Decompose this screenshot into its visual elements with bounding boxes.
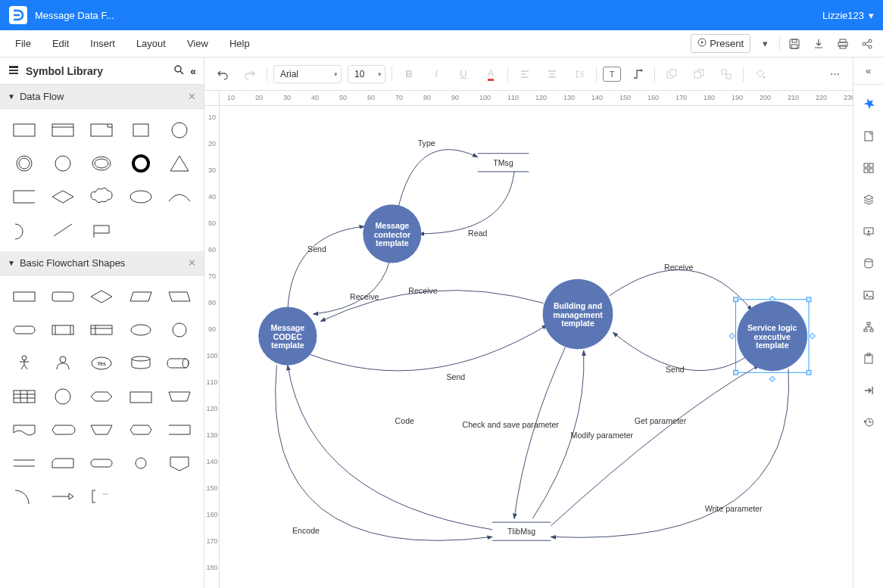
shape-offpage[interactable] (162, 448, 198, 478)
shape-parallel[interactable] (6, 448, 42, 478)
shape-halfcircle[interactable] (6, 215, 42, 245)
node-codec[interactable]: Message CODEC template (258, 306, 317, 365)
shape-arrow[interactable] (45, 481, 80, 512)
shape-rect2[interactable] (45, 115, 80, 145)
shape-paper[interactable] (123, 381, 158, 412)
shape-database[interactable] (123, 348, 158, 378)
menu-view[interactable]: View (178, 33, 217, 54)
shape-circle[interactable] (162, 115, 198, 145)
node-connector[interactable]: Message contector template (363, 204, 421, 263)
shape-manual[interactable] (162, 381, 198, 412)
bold-button[interactable]: B (398, 64, 420, 85)
font-family-select[interactable]: Arial (273, 65, 342, 83)
section-data-flow[interactable]: ▼ Data Flow ✕ (0, 85, 204, 109)
group-button[interactable] (716, 64, 737, 85)
image-panel-button[interactable] (856, 283, 881, 307)
menu-help[interactable]: Help (220, 33, 259, 54)
shape-ellipse3[interactable] (123, 315, 158, 345)
align-v-button[interactable] (541, 64, 563, 85)
menu-layout[interactable]: Layout (127, 33, 175, 54)
save-button[interactable] (785, 34, 804, 54)
page-panel-button[interactable] (856, 124, 881, 148)
app-logo[interactable] (9, 6, 27, 24)
expand-panel-button[interactable]: « (853, 58, 883, 85)
data-panel-button[interactable] (856, 251, 881, 275)
shape-quarter[interactable] (6, 481, 42, 512)
canvas[interactable]: TMsg TlibMsg Type Read (220, 106, 853, 588)
shape-card[interactable] (84, 115, 120, 145)
shape-decision[interactable] (84, 282, 120, 312)
shape-user[interactable] (45, 348, 80, 378)
shape-annotation[interactable]: text (84, 481, 120, 512)
data-node-tlibmsg[interactable]: TlibMsg (492, 522, 551, 540)
present-panel-button[interactable] (856, 219, 881, 244)
shape-table[interactable] (6, 381, 42, 412)
tree-panel-button[interactable] (856, 315, 881, 339)
shape-rect[interactable] (6, 115, 42, 145)
shape-diamond[interactable] (45, 182, 80, 212)
redo-button[interactable] (239, 64, 261, 85)
shape-ellipse[interactable] (84, 148, 120, 179)
user-menu[interactable]: Lizzie123 ▾ (822, 10, 874, 21)
shape-cloud[interactable] (84, 182, 120, 212)
node-service-selected[interactable]: Service logic executive template (729, 296, 816, 382)
close-section-icon[interactable]: ✕ (188, 91, 196, 102)
shape-actor[interactable] (6, 348, 42, 378)
menu-edit[interactable]: Edit (43, 33, 78, 54)
font-color-button[interactable]: A (480, 64, 501, 85)
underline-button[interactable]: U (453, 64, 474, 85)
line-spacing-button[interactable] (569, 64, 590, 85)
shape-line[interactable] (45, 215, 80, 245)
shape-cut[interactable] (45, 448, 80, 478)
collapse-panel-icon[interactable]: « (190, 65, 196, 77)
menu-file[interactable]: File (6, 33, 40, 54)
share-button[interactable] (857, 34, 877, 54)
shape-direct[interactable] (162, 348, 198, 378)
grid-panel-button[interactable] (856, 156, 881, 180)
shape-arc[interactable] (162, 182, 198, 212)
shape-aux[interactable] (162, 415, 198, 445)
more-button[interactable]: ⋯ (824, 64, 845, 85)
shape-hexagon[interactable] (84, 381, 120, 412)
shape-ring[interactable] (123, 148, 158, 179)
shape-pill[interactable] (84, 448, 120, 478)
shape-data[interactable] (123, 282, 158, 312)
search-icon[interactable] (173, 64, 184, 77)
present-button[interactable]: Present (691, 34, 750, 53)
font-size-select[interactable]: 10 (348, 65, 385, 83)
clipboard-panel-button[interactable] (856, 347, 881, 371)
send-back-button[interactable] (688, 64, 710, 85)
align-h-button[interactable] (514, 64, 535, 85)
shape-dblcircle[interactable] (6, 148, 42, 179)
undo-button[interactable] (212, 64, 233, 85)
shape-ellipse2[interactable] (123, 182, 158, 212)
style-panel-button[interactable] (856, 92, 881, 117)
shape-circle2[interactable] (45, 148, 80, 179)
shape-flag[interactable] (84, 215, 120, 245)
shape-trapezoid[interactable] (84, 415, 120, 445)
node-building[interactable]: Building and management template (543, 279, 613, 350)
shape-rounded[interactable] (45, 282, 80, 312)
shape-predefined[interactable] (45, 315, 80, 345)
close-section-icon[interactable]: ✕ (188, 257, 196, 269)
document-title[interactable]: Message Data F... (35, 10, 114, 21)
text-box-button[interactable]: T (603, 67, 621, 82)
shape-openrect[interactable] (6, 182, 42, 212)
shape-process[interactable] (6, 282, 42, 312)
shape-yes[interactable]: Yes (84, 348, 120, 378)
shape-circle4[interactable] (45, 381, 80, 412)
section-flowchart[interactable]: ▼ Basic Flowchart Shapes ✕ (0, 251, 204, 275)
shape-display[interactable] (45, 415, 80, 445)
download-button[interactable] (809, 34, 828, 54)
history-panel-button[interactable] (856, 410, 881, 434)
bring-front-button[interactable] (661, 64, 682, 85)
shape-square[interactable] (123, 115, 158, 145)
layers-panel-button[interactable] (856, 188, 881, 212)
print-button[interactable] (833, 34, 853, 54)
menu-insert[interactable]: Insert (81, 33, 124, 54)
italic-button[interactable]: I (426, 64, 447, 85)
shape-internal[interactable] (84, 315, 120, 345)
shape-terminator[interactable] (6, 315, 42, 345)
export-panel-button[interactable] (856, 378, 881, 403)
connector-button[interactable] (627, 64, 648, 85)
